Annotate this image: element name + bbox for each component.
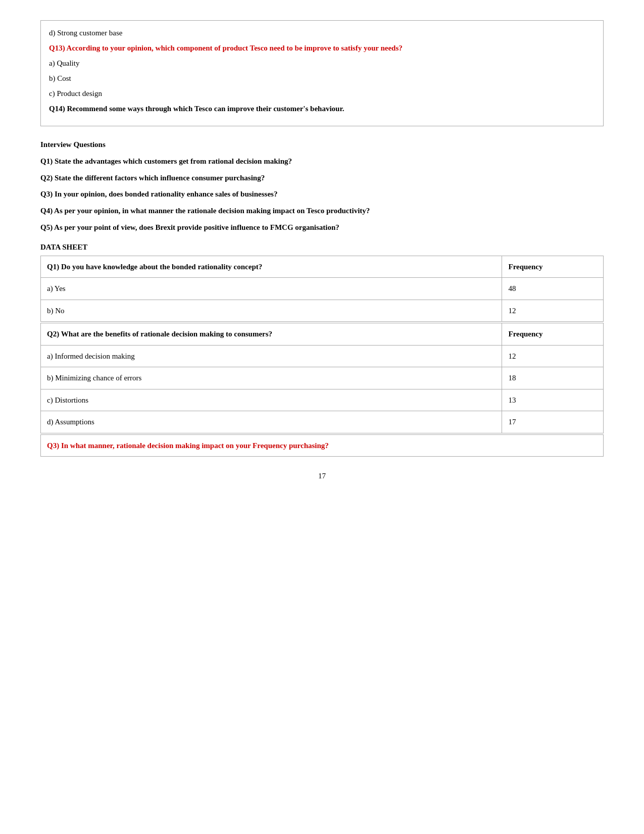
data-sheet-label: DATA SHEET [40, 243, 604, 252]
table-q1-header-question: Q1) Do you have knowledge about the bond… [41, 256, 502, 278]
q13-option-b: b) Cost [49, 72, 595, 84]
interview-section: Interview Questions Q1) State the advant… [40, 138, 604, 234]
table-q3-header: Q3) In what manner, rationale decision m… [41, 434, 604, 457]
table-row: c) Distortions 13 [41, 389, 604, 411]
table-q2-header-question: Q2) What are the benefits of rationale d… [41, 323, 502, 346]
table-row: b) No 12 [41, 300, 604, 322]
interview-heading: Interview Questions [40, 138, 604, 151]
table-row: b) Minimizing chance of errors 18 [41, 367, 604, 389]
table-q2-row4-label: d) Assumptions [41, 411, 502, 433]
table-q1-row2-value: 12 [502, 300, 604, 322]
q13-option-a: a) Quality [49, 57, 595, 69]
table-q2-row4-value: 17 [502, 411, 604, 433]
table-q2-header: Q2) What are the benefits of rationale d… [41, 323, 604, 346]
table-q2: Q2) What are the benefits of rationale d… [40, 323, 604, 433]
table-row: d) Assumptions 17 [41, 411, 604, 433]
table-q2-row3-value: 13 [502, 389, 604, 411]
table-q1-row2-label: b) No [41, 300, 502, 322]
table-q1-row1-value: 48 [502, 278, 604, 300]
q13-option-c: c) Product design [49, 87, 595, 100]
q13-text: Q13) According to your opinion, which co… [49, 42, 595, 54]
q13-label: Q13) [49, 44, 65, 52]
table-q2-row3-label: c) Distortions [41, 389, 502, 411]
table-q3: Q3) In what manner, rationale decision m… [40, 434, 604, 457]
table-q1: Q1) Do you have knowledge about the bond… [40, 256, 604, 322]
table-q2-header-freq: Frequency [502, 323, 604, 346]
interview-q3: Q3) In your opinion, does bonded rationa… [40, 188, 604, 201]
q13-body: According to your opinion, which compone… [65, 44, 403, 52]
table-q1-header: Q1) Do you have knowledge about the bond… [41, 256, 604, 278]
table-row: a) Informed decision making 12 [41, 345, 604, 367]
table-q2-row2-value: 18 [502, 367, 604, 389]
page-number: 17 [40, 472, 604, 480]
table-q2-row1-value: 12 [502, 345, 604, 367]
interview-q5: Q5) As per your point of view, does Brex… [40, 221, 604, 234]
table-q3-header-question: Q3) In what manner, rationale decision m… [41, 434, 604, 457]
table-row: a) Yes 48 [41, 278, 604, 300]
interview-q2: Q2) State the different factors which in… [40, 172, 604, 184]
table-q1-row1-label: a) Yes [41, 278, 502, 300]
interview-q4: Q4) As per your opinion, in what manner … [40, 205, 604, 217]
table-q1-header-freq: Frequency [502, 256, 604, 278]
interview-q1: Q1) State the advantages which customers… [40, 155, 604, 168]
q14-text: Q14) Recommend some ways through which T… [49, 103, 595, 115]
table-q2-row1-label: a) Informed decision making [41, 345, 502, 367]
table-q2-row2-label: b) Minimizing chance of errors [41, 367, 502, 389]
boxed-section: d) Strong customer base Q13) According t… [40, 20, 604, 126]
boxed-item-d: d) Strong customer base [49, 27, 595, 39]
